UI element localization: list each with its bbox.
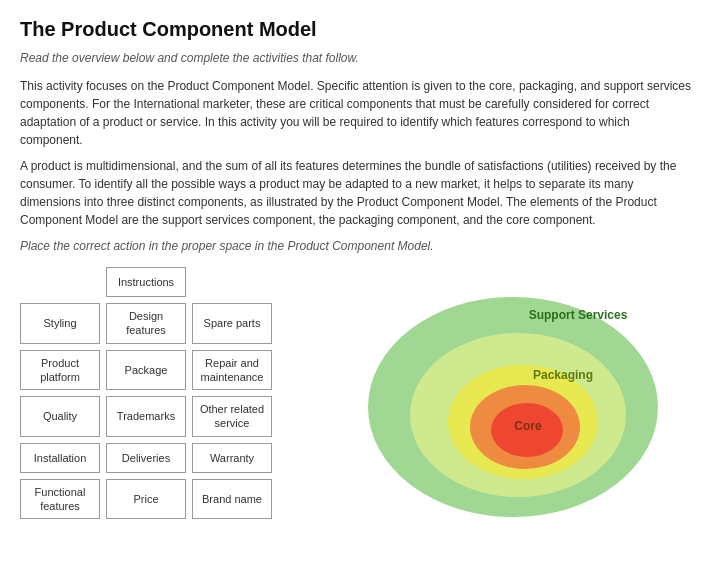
drag-item[interactable] (20, 267, 100, 297)
instruction: Place the correct action in the proper s… (20, 239, 695, 253)
core-label: Core (514, 419, 542, 433)
drag-item[interactable]: Functional features (20, 479, 100, 520)
drag-item[interactable]: Quality (20, 396, 100, 437)
drag-item[interactable]: Brand name (192, 479, 272, 520)
drag-item[interactable]: Repair and maintenance (192, 350, 272, 391)
drag-item[interactable]: Price (106, 479, 186, 520)
drag-item[interactable]: Design features (106, 303, 186, 344)
packaging-label: Packaging (532, 368, 592, 382)
drag-item[interactable]: Instructions (106, 267, 186, 297)
subtitle: Read the overview below and complete the… (20, 51, 695, 65)
drag-item[interactable] (192, 267, 272, 297)
support-services-label: Support Services (528, 308, 627, 322)
drag-item[interactable]: Trademarks (106, 396, 186, 437)
drag-item[interactable]: Spare parts (192, 303, 272, 344)
diagram-area: Support Services Packaging Core (290, 267, 695, 527)
drag-item[interactable]: Styling (20, 303, 100, 344)
page-title: The Product Component Model (20, 18, 695, 41)
paragraph2: A product is multidimensional, and the s… (20, 157, 695, 229)
paragraph1: This activity focuses on the Product Com… (20, 77, 695, 149)
drag-item[interactable]: Warranty (192, 443, 272, 473)
drag-items-grid: InstructionsStylingDesign featuresSpare … (20, 267, 280, 519)
product-model-diagram: Support Services Packaging Core (323, 267, 663, 527)
drag-item[interactable]: Other related service (192, 396, 272, 437)
activity-area: InstructionsStylingDesign featuresSpare … (20, 267, 695, 527)
drag-item[interactable]: Package (106, 350, 186, 391)
drag-item[interactable]: Deliveries (106, 443, 186, 473)
drag-item[interactable]: Product platform (20, 350, 100, 391)
drag-item[interactable]: Installation (20, 443, 100, 473)
